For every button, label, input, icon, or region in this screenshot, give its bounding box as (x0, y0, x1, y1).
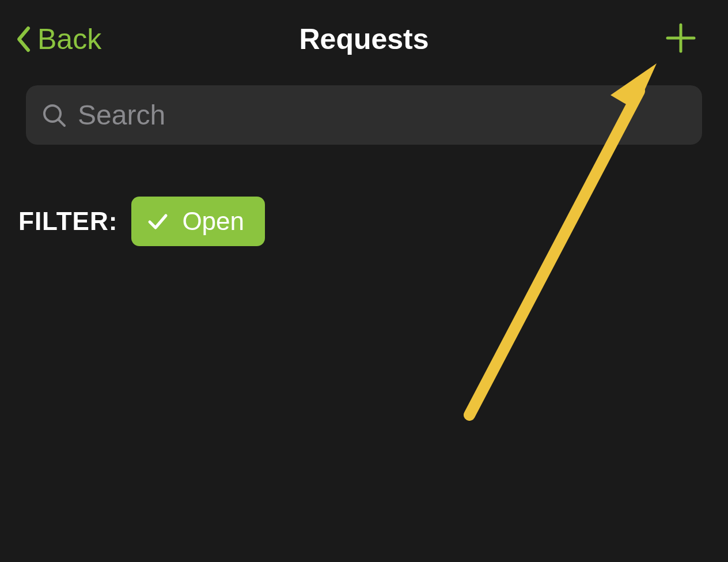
filter-chip-open[interactable]: Open (131, 197, 265, 246)
back-button[interactable]: Back (14, 22, 101, 56)
search-input[interactable] (78, 99, 686, 131)
filter-row: FILTER: Open (0, 145, 728, 246)
search-icon (42, 103, 66, 127)
svg-line-3 (59, 120, 65, 126)
filter-label: FILTER: (18, 207, 117, 236)
page-title: Requests (299, 22, 429, 56)
check-icon (147, 211, 168, 232)
filter-chip-label: Open (182, 207, 244, 236)
chevron-left-icon (14, 25, 32, 54)
search-container (0, 69, 728, 145)
header-bar: Back Requests (0, 0, 728, 69)
add-button[interactable] (665, 24, 696, 55)
search-field[interactable] (26, 85, 702, 145)
plus-icon (665, 22, 696, 56)
back-label: Back (37, 22, 101, 56)
